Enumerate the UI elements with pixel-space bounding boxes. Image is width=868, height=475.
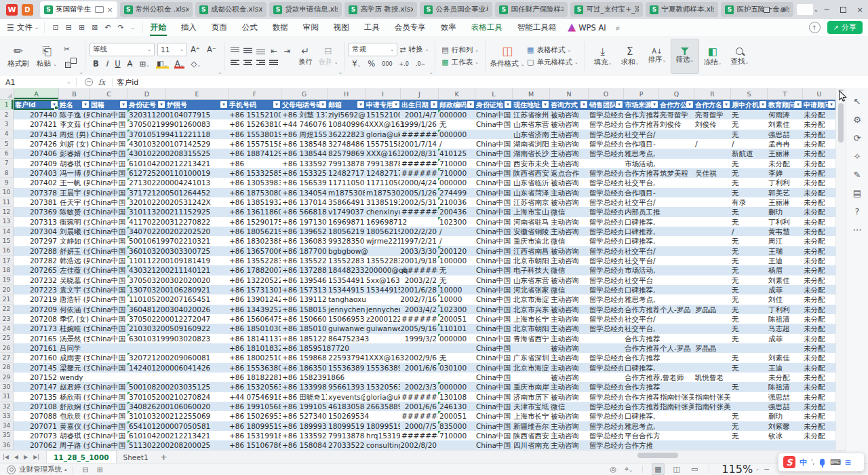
cell-G12[interactable]: +86 56681836	[281, 207, 327, 216]
filter-dropdown-icon[interactable]: ▾	[220, 101, 227, 108]
cell-B32[interactable]: 舒欣娴 (女	[58, 402, 90, 411]
cell-O34[interactable]: 留学总经办	[588, 421, 623, 431]
cell-R11[interactable]	[694, 197, 730, 207]
cell-H14[interactable]: 180562195	[327, 227, 365, 236]
cell-K17[interactable]: 100000	[438, 256, 475, 265]
header-cell-S1[interactable]: 原中介机▾	[730, 100, 767, 110]
cell-H34[interactable]: 180995191	[327, 421, 365, 431]
cell-L31[interactable]: China中国	[475, 392, 512, 402]
cell-H20[interactable]: 153449155	[327, 285, 365, 294]
cell-K36[interactable]	[438, 440, 475, 450]
cell-F33[interactable]: +86 15026953	[228, 411, 281, 421]
cell-L21[interactable]: China中国	[475, 294, 512, 304]
cell-P32[interactable]: 合作方推荐	[623, 402, 658, 411]
cell-Q17[interactable]	[658, 256, 694, 265]
header-cell-Q1[interactable]: 合作方公▾	[658, 100, 694, 110]
cell-K32[interactable]: 246130	[438, 402, 475, 411]
cell-K35[interactable]: 710000	[438, 431, 475, 440]
column-header-G[interactable]: G	[281, 88, 328, 99]
cell-M34[interactable]: 新疆维吾尔	[512, 421, 549, 431]
cell-B16[interactable]: 舒妍玉 (女	[58, 246, 90, 256]
cell-P4[interactable]: 社交平台/	[623, 130, 658, 139]
cell-N14[interactable]: 主动咨询	[549, 227, 588, 236]
column-header-B[interactable]: B	[59, 88, 90, 99]
cell-Q31[interactable]: 指南针张美	[658, 392, 694, 402]
cell-M12[interactable]: 上海市宝山	[512, 207, 549, 216]
wps-docs-icon[interactable]: D	[22, 4, 33, 16]
header-cell-H1[interactable]: 邮箱▾	[327, 100, 365, 110]
cell-O2[interactable]: 留学总经办	[588, 110, 623, 119]
cell-I4[interactable]: gloria@uk	[365, 130, 400, 139]
cell-A30[interactable]: 207147	[14, 382, 58, 392]
cell-N15[interactable]: 微信	[549, 236, 588, 246]
cell-M14[interactable]: 安徽省铜陵	[512, 227, 549, 236]
cell-G19[interactable]: +86 1395468251	[281, 276, 327, 285]
cell-Q4[interactable]	[658, 130, 694, 139]
header-cell-L1[interactable]: 身份证地▾	[475, 100, 512, 110]
header-cell-T1[interactable]: 教育顾问▾	[767, 100, 802, 110]
cell-L33[interactable]: China中国	[475, 411, 512, 421]
cell-H25[interactable]: 864752343	[327, 334, 365, 343]
cell-A7[interactable]: 207409	[14, 159, 58, 168]
cell-B9[interactable]: 王一帆 (男	[58, 178, 90, 187]
cell-Q27[interactable]	[658, 353, 694, 362]
column-header-A[interactable]: A	[14, 88, 59, 99]
magic-tools-icon[interactable]: ✧	[846, 147, 868, 166]
cell-M16[interactable]: 江西省南昌	[512, 246, 549, 256]
conditional-format-button[interactable]: ◫ 条件格式 ⌄	[490, 39, 525, 73]
cell-L17[interactable]: China中国	[475, 256, 512, 265]
cell-S36[interactable]	[730, 440, 767, 450]
row-number[interactable]: 10	[0, 188, 14, 197]
cell-M24[interactable]: 北京市朝阳	[512, 324, 549, 333]
cell-B13[interactable]: 衡琬明 (女	[58, 217, 90, 227]
filter-dropdown-icon[interactable]: ▾	[580, 101, 587, 108]
cell-T33[interactable]: 蒯玏	[767, 411, 802, 421]
cell-M35[interactable]: 陕西省西安	[512, 431, 549, 440]
view-fullwidth-icon[interactable]: ▭	[689, 464, 700, 474]
cell-S32[interactable]	[730, 402, 767, 411]
close-tab-icon[interactable]: ×	[107, 5, 113, 14]
cell-T18[interactable]: 杨眉	[767, 265, 802, 275]
cell-U22[interactable]: 未分配	[802, 305, 835, 314]
cell-D13[interactable]: 411702200312270822	[127, 217, 165, 227]
cell-P11[interactable]: 社交平台/	[623, 197, 658, 207]
cell-T32[interactable]: 强思喆	[767, 402, 802, 411]
cell-A20[interactable]: 207223	[14, 285, 58, 294]
cell-I8[interactable]: 124827175	[365, 168, 400, 178]
cell-L30[interactable]: China中国	[475, 382, 512, 392]
cell-O35[interactable]: 留学总经办	[588, 431, 623, 440]
cell-I35[interactable]: hrq153199	[365, 431, 400, 440]
cell-I12[interactable]: chenxinyu	[365, 207, 400, 216]
cell-A18[interactable]: 207265	[14, 265, 58, 275]
cell-R22[interactable]: 罗晶晶	[694, 305, 730, 314]
cell-K12[interactable]: 200436	[438, 207, 475, 216]
cell-C32[interactable]: China中国	[90, 402, 127, 411]
user-avatar-placeholder[interactable]	[797, 4, 813, 15]
cell-F16[interactable]: +86 13657006	[228, 246, 281, 256]
ime-punct-icon[interactable]: ’,	[811, 459, 814, 466]
column-header-D[interactable]: D	[128, 88, 166, 99]
cell-R20[interactable]	[694, 285, 730, 294]
cell-B36[interactable]: 周子路 (女	[58, 440, 90, 450]
ime-keyboard-icon[interactable]: ⌨	[830, 458, 841, 467]
cell-K29[interactable]	[438, 373, 475, 382]
cell-K27[interactable]: 无	[438, 353, 475, 362]
vertical-scroll-thumb[interactable]	[838, 103, 844, 142]
cell-B29[interactable]: wendy	[58, 373, 90, 382]
decrease-indent-icon[interactable]: ⇤	[267, 45, 281, 56]
select-all-corner[interactable]	[0, 88, 14, 99]
doc-tab[interactable]: S常州公积金 .xlsx	[120, 2, 193, 17]
number-format-select[interactable]: 常规⌄	[349, 43, 397, 56]
cell-Q6[interactable]	[658, 149, 694, 158]
cell-T6[interactable]: 王丽淋	[767, 149, 802, 158]
cell-N19[interactable]: 被动咨询	[549, 276, 588, 285]
cell-C24[interactable]: China中国	[90, 324, 127, 333]
cell-Q13[interactable]	[658, 217, 694, 227]
cell-O5[interactable]: 留学总经办	[588, 139, 623, 149]
cell-A13[interactable]: 207313	[14, 217, 58, 227]
cell-O21[interactable]: 留学总经办	[588, 294, 623, 304]
cell-K33[interactable]: 200051	[438, 411, 475, 421]
cell-T3[interactable]: 刘素佳	[767, 119, 802, 129]
filter-dropdown-icon[interactable]: ▾	[505, 101, 511, 108]
cell-I34[interactable]: 180995191	[365, 421, 400, 431]
